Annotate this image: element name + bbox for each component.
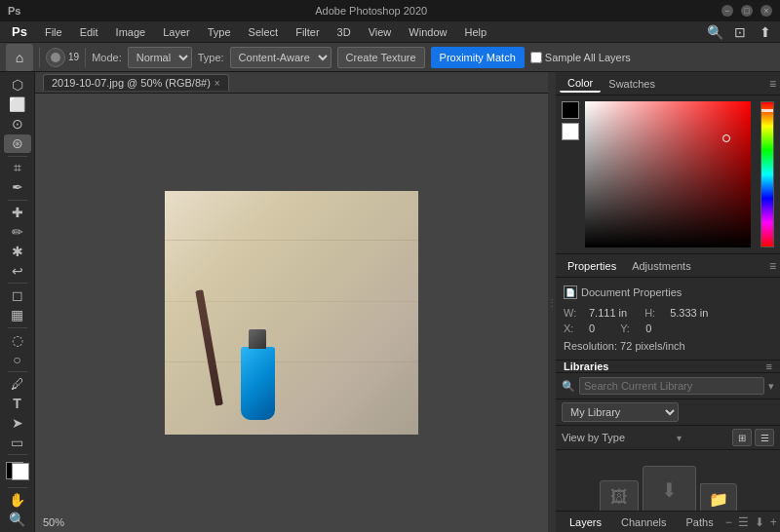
- tool-zoom[interactable]: 🔍: [4, 510, 31, 528]
- libraries-menu[interactable]: ≡: [766, 361, 772, 372]
- new-layer-icon[interactable]: −: [725, 515, 732, 529]
- menu-bar: Ps File Edit Image Layer Type Select Fil…: [0, 21, 780, 43]
- menu-layer[interactable]: Layer: [155, 24, 198, 40]
- width-height-row: W: 7.111 in H: 5.333 in: [564, 307, 772, 319]
- mode-select[interactable]: Normal: [128, 47, 192, 68]
- tool-dodge[interactable]: ○: [4, 350, 31, 368]
- canvas-container[interactable]: 50%: [35, 94, 548, 532]
- workspace-switcher[interactable]: ⊡: [729, 21, 751, 43]
- menu-image[interactable]: Image: [108, 24, 154, 40]
- height-value: 5.333 in: [670, 307, 708, 319]
- tool-blur[interactable]: ◌: [4, 330, 31, 349]
- create-texture-button[interactable]: Create Texture: [337, 47, 425, 68]
- menu-view[interactable]: View: [361, 24, 400, 40]
- hue-slider[interactable]: [760, 101, 774, 247]
- document-tabs: 2019-10-07.jpg @ 50% (RGB/8#) ×: [35, 72, 548, 94]
- home-button[interactable]: ⌂: [6, 44, 33, 71]
- tool-clone-stamp[interactable]: ✱: [4, 242, 31, 260]
- tool-hand[interactable]: ✋: [4, 490, 31, 509]
- library-folder-icon: 📁: [700, 483, 737, 511]
- brush-selector: 19: [46, 48, 79, 67]
- tab-color[interactable]: Color: [560, 75, 601, 93]
- background-color[interactable]: [12, 463, 29, 480]
- tool-rectangle[interactable]: ▭: [4, 433, 31, 451]
- tab-paths[interactable]: Paths: [679, 514, 722, 530]
- workspace-main: ⬡ ⬜ ⊙ ⊛ ⌗ ✒ ✚ ✏ ✱ ↩ ◻ ▦ ◌ ○ 🖊 T ➤ ▭: [0, 72, 780, 532]
- tool-type[interactable]: T: [4, 394, 31, 412]
- color-panel-tabs: Color Swatches ≡: [556, 72, 780, 95]
- library-dropdown-arrow[interactable]: ▾: [768, 380, 774, 393]
- toolbar-separator6: [8, 454, 27, 455]
- menu-filter[interactable]: Filter: [288, 24, 327, 40]
- library-select[interactable]: My Library: [562, 402, 679, 422]
- title-bar: Ps Adobe Photoshop 2020 − □ ×: [0, 0, 780, 21]
- mode-label: Mode:: [92, 52, 122, 63]
- sample-all-layers-input[interactable]: [530, 52, 542, 63]
- properties-panel-menu[interactable]: ≡: [769, 259, 776, 273]
- proximity-match-button[interactable]: Proximity Match: [431, 47, 525, 68]
- width-value: 7.111 in: [589, 307, 627, 319]
- doc-tab-close-button[interactable]: ×: [214, 78, 220, 89]
- grid-view-button[interactable]: ⊞: [732, 429, 752, 446]
- tool-move[interactable]: ⬡: [4, 76, 31, 95]
- menu-help[interactable]: Help: [456, 24, 494, 40]
- view-by-type-chevron[interactable]: ▾: [677, 433, 682, 443]
- search-icon-btn[interactable]: 🔍: [704, 21, 725, 43]
- minimize-button[interactable]: −: [722, 5, 733, 17]
- tool-quick-select[interactable]: ⊛: [4, 134, 31, 153]
- libraries-panel: Libraries ≡ 🔍 ▾ My Library View by Type …: [556, 361, 780, 511]
- layers-action-icons: − ☰ ⬇ +: [725, 515, 777, 529]
- menu-select[interactable]: Select: [241, 24, 287, 40]
- tab-swatches[interactable]: Swatches: [601, 76, 663, 92]
- right-panel-collapse[interactable]: ⋮: [548, 72, 556, 532]
- library-search-input[interactable]: [579, 377, 764, 395]
- library-view-row: View by Type ▾ ⊞ ☰: [556, 426, 780, 450]
- color-gradient-picker[interactable]: [585, 101, 751, 247]
- tool-path-selection[interactable]: ➤: [4, 413, 31, 432]
- title-text: Adobe Photoshop 2020: [315, 5, 427, 17]
- share-icon[interactable]: ⬆: [755, 21, 776, 43]
- view-by-type-label: View by Type: [562, 432, 625, 443]
- separator: [39, 48, 40, 67]
- type-select[interactable]: Content-Aware: [230, 47, 332, 68]
- close-button[interactable]: ×: [760, 5, 772, 17]
- menu-edit[interactable]: Edit: [72, 24, 106, 40]
- width-label: W:: [564, 307, 583, 319]
- menu-type[interactable]: Type: [200, 24, 239, 40]
- layer-settings-icon[interactable]: ☰: [738, 515, 749, 529]
- background-swatch[interactable]: [562, 123, 579, 140]
- properties-tabs: Properties Adjustments ≡: [556, 254, 780, 278]
- menu-ps[interactable]: Ps: [4, 22, 35, 41]
- tab-channels[interactable]: Channels: [613, 514, 674, 530]
- tool-rectangular-marquee[interactable]: ⬜: [4, 95, 31, 114]
- library-main-icon: ⬇: [643, 466, 696, 511]
- tool-lasso[interactable]: ⊙: [4, 115, 31, 133]
- window-controls: − □ ×: [722, 5, 772, 17]
- menu-3d[interactable]: 3D: [330, 24, 359, 40]
- tab-layers[interactable]: Layers: [562, 514, 609, 530]
- fg-bg-swatches: [562, 101, 579, 247]
- tab-properties[interactable]: Properties: [560, 258, 624, 274]
- foreground-swatch[interactable]: [562, 101, 579, 119]
- resolution-value: Resolution: 72 pixels/inch: [564, 340, 772, 352]
- tool-history-brush[interactable]: ↩: [4, 261, 31, 280]
- menu-file[interactable]: File: [37, 24, 70, 40]
- tool-eyedropper[interactable]: ✒: [4, 178, 31, 197]
- canvas-document: [165, 191, 418, 435]
- tool-crop[interactable]: ⌗: [4, 159, 31, 177]
- menu-window[interactable]: Window: [401, 24, 454, 40]
- tool-eraser[interactable]: ◻: [4, 286, 31, 305]
- tool-spot-healing[interactable]: ✚: [4, 204, 31, 222]
- delete-layer-icon[interactable]: +: [770, 515, 777, 529]
- document-tab[interactable]: 2019-10-07.jpg @ 50% (RGB/8#) ×: [43, 74, 229, 91]
- list-view-button[interactable]: ☰: [755, 429, 774, 446]
- tool-brush[interactable]: ✏: [4, 222, 31, 241]
- tab-adjustments[interactable]: Adjustments: [624, 258, 699, 274]
- maximize-button[interactable]: □: [741, 5, 753, 17]
- tool-gradient[interactable]: ▦: [4, 306, 31, 324]
- color-panel-menu[interactable]: ≡: [769, 77, 776, 91]
- options-bar: ⌂ 19 Mode: Normal Type: Content-Aware Cr…: [0, 43, 780, 72]
- tool-pen[interactable]: 🖊: [4, 375, 31, 394]
- layer-group-icon[interactable]: ⬇: [755, 515, 764, 529]
- brush-preview[interactable]: [46, 48, 65, 67]
